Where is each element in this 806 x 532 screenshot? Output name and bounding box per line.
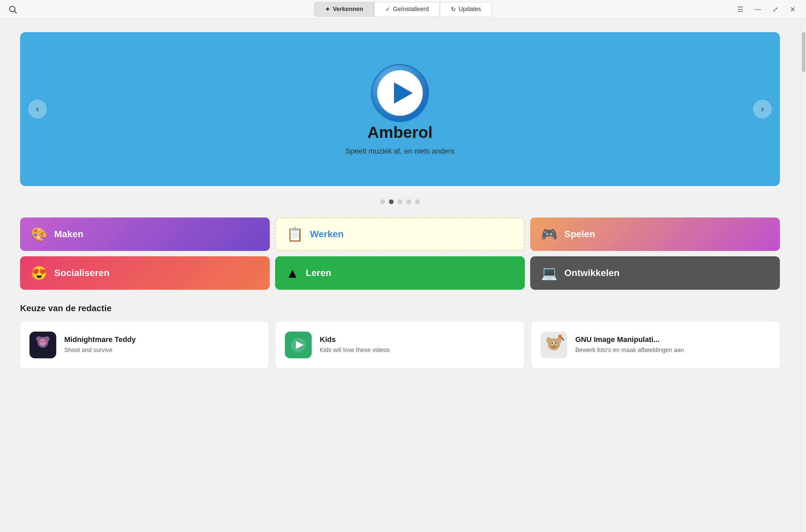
- carousel-dot-4[interactable]: [415, 200, 420, 204]
- carousel-content: Amberol Speelt muziek af, en niets ander…: [332, 50, 468, 169]
- carousel-subtitle: Speelt muziek af, en niets anders: [345, 147, 454, 156]
- minimize-button[interactable]: —: [752, 4, 763, 15]
- editorial-apps-row: Midnightmare Teddy Shoot and survive Kid…: [20, 322, 780, 368]
- refresh-icon: ↻: [451, 6, 456, 13]
- app-desc-midnightmare: Shoot and survive: [64, 346, 259, 354]
- app-name-kids: Kids: [320, 335, 515, 344]
- featured-carousel: ‹ Amberol Speelt muziek af, en niets: [20, 32, 780, 186]
- category-maken[interactable]: 🎨 Maken: [20, 217, 270, 251]
- app-name-gimp: GNU Image Manipulati...: [575, 335, 770, 344]
- app-desc-kids: Kids will love these videos: [320, 346, 515, 354]
- search-icon: [8, 5, 17, 14]
- carousel-dot-3[interactable]: [406, 200, 411, 204]
- svg-point-10: [40, 341, 42, 343]
- ontwikkelen-label: Ontwikkelen: [564, 268, 620, 278]
- carousel-dot-0[interactable]: [380, 200, 385, 204]
- app-icon-midnightmare: [30, 331, 56, 358]
- search-button[interactable]: [8, 5, 17, 14]
- tab-verkennen[interactable]: ✦ Verkennen: [314, 2, 374, 17]
- carousel-dot-1[interactable]: [389, 200, 394, 204]
- svg-point-11: [43, 341, 45, 343]
- svg-line-1: [14, 11, 16, 13]
- menu-button[interactable]: ☰: [735, 4, 746, 15]
- carousel-prev-button[interactable]: ‹: [28, 100, 47, 118]
- werken-icon: 📋: [286, 227, 303, 242]
- check-icon: ✓: [385, 6, 390, 13]
- close-button[interactable]: ✕: [787, 4, 798, 15]
- category-spelen[interactable]: 🎮 Spelen: [530, 217, 780, 251]
- app-card-gimp[interactable]: GNU Image Manipulati... Bewerk foto's en…: [531, 322, 780, 368]
- app-desc-gimp: Bewerk foto's en maak afbeeldingen aan: [575, 346, 770, 354]
- category-ontwikkelen[interactable]: 💻 Ontwikkelen: [530, 256, 780, 290]
- category-socialiseren[interactable]: 😍 Socialiseren: [20, 256, 270, 290]
- ontwikkelen-icon: 💻: [541, 265, 558, 281]
- werken-label: Werken: [310, 229, 344, 240]
- window-controls: ☰ — ⤢ ✕: [735, 4, 798, 15]
- sparkle-icon: ✦: [325, 6, 330, 13]
- category-leren[interactable]: ▲ Leren: [275, 256, 525, 290]
- socialiseren-icon: 😍: [31, 265, 48, 281]
- tab-bar: ✦ Verkennen ✓ Geïnstalleerd ↻ Updates: [314, 2, 492, 17]
- app-card-midnightmare[interactable]: Midnightmare Teddy Shoot and survive: [20, 322, 269, 368]
- category-werken[interactable]: 📋 Werken: [275, 217, 525, 251]
- category-grid: 🎨 Maken 📋 Werken 🎮 Spelen 😍 Socialiseren…: [20, 217, 780, 290]
- maken-label: Maken: [54, 229, 83, 240]
- app-card-kids[interactable]: Kids Kids will love these videos: [276, 322, 524, 368]
- maximize-button[interactable]: ⤢: [770, 4, 781, 15]
- tab-updates[interactable]: ↻ Updates: [440, 2, 492, 17]
- app-name-midnightmare: Midnightmare Teddy: [64, 335, 259, 344]
- carousel-next-button[interactable]: ›: [753, 100, 772, 118]
- leren-icon: ▲: [286, 266, 299, 281]
- spelen-icon: 🎮: [541, 227, 558, 242]
- app-info-kids: Kids Kids will love these videos: [320, 335, 515, 354]
- app-icon-kids: [285, 331, 312, 358]
- carousel-dots: [20, 200, 780, 204]
- svg-point-0: [10, 6, 15, 12]
- app-info-midnightmare: Midnightmare Teddy Shoot and survive: [64, 335, 259, 354]
- editorial-section-title: Keuze van de redactie: [20, 303, 780, 314]
- carousel-dot-2[interactable]: [398, 200, 402, 204]
- scrollbar-thumb[interactable]: [802, 32, 805, 72]
- tab-geinstalleerd[interactable]: ✓ Geïnstalleerd: [374, 2, 440, 17]
- leren-label: Leren: [306, 268, 331, 278]
- content-area: ‹ Amberol Speelt muziek af, en niets: [0, 19, 800, 532]
- svg-point-25: [558, 335, 562, 338]
- svg-point-9: [39, 339, 46, 346]
- app-icon-carousel: [370, 63, 430, 123]
- socialiseren-label: Socialiseren: [54, 268, 110, 278]
- app-icon-gimp: [541, 331, 567, 358]
- main-content: ‹ Amberol Speelt muziek af, en niets: [0, 19, 806, 532]
- maken-icon: 🎨: [31, 227, 48, 242]
- app-info-gimp: GNU Image Manipulati... Bewerk foto's en…: [575, 335, 770, 354]
- carousel-title: Amberol: [368, 123, 433, 141]
- titlebar: ✦ Verkennen ✓ Geïnstalleerd ↻ Updates ☰ …: [0, 0, 806, 19]
- scrollbar[interactable]: [800, 19, 806, 532]
- spelen-label: Spelen: [564, 229, 595, 240]
